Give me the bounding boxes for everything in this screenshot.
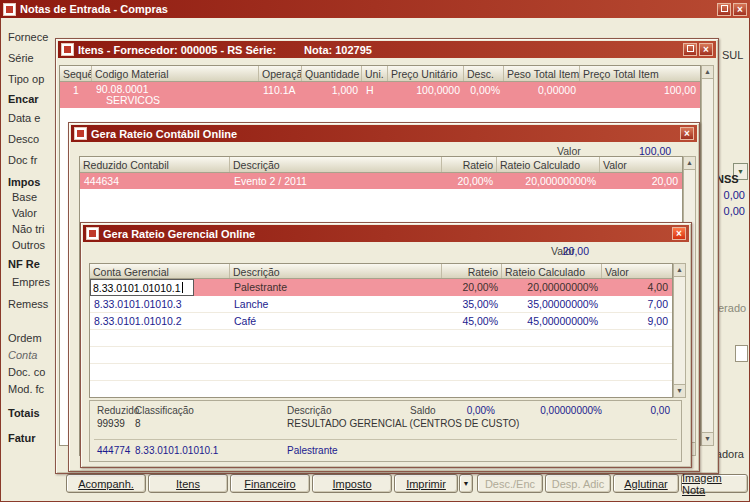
scroll-down-icon[interactable]: ▼ <box>674 384 685 397</box>
col-rateio-calculado[interactable]: Rateio Calculado <box>502 264 602 278</box>
fragment-uf-sul: SUL <box>722 49 743 61</box>
itens-titlebar[interactable]: Itens - Fornecedor: 000005 - RS Série: N… <box>58 41 716 58</box>
table-row[interactable]: 444634 Evento 2 / 2011 20,00% 20,0000000… <box>80 173 682 189</box>
selected-reduzido: 444774 <box>97 445 130 456</box>
selected-conta: 8.33.0101.01010.1 <box>135 445 218 456</box>
group-encargos: Encar <box>8 93 39 105</box>
label-mod-fc: Mod. fc <box>8 383 44 395</box>
contabil-window-title: Gera Rateio Contábil Online <box>91 128 237 140</box>
summary-panel: Reduzido Classificação Descrição Saldo 0… <box>89 400 682 462</box>
acompanhamento-button[interactable]: Acompanh. <box>66 474 146 493</box>
valor-value: 20,00 <box>559 245 589 257</box>
main-window-title: Notas de Entrada - Compras <box>20 3 168 15</box>
group-nf-ref: NF Re <box>8 258 40 270</box>
table-row[interactable]: 8.33.0101.01010.2 Café 45,00% 45,0000000… <box>90 313 672 330</box>
label-doc-fr: Doc fr <box>8 154 37 166</box>
minimize-button[interactable] <box>683 43 697 56</box>
gerencial-window-title: Gera Rateio Gerencial Online <box>103 228 255 240</box>
close-button[interactable]: × <box>672 227 686 240</box>
summary-reduzido-label: Reduzido <box>97 405 139 416</box>
col-uni[interactable]: Uni. <box>362 66 388 81</box>
gerencial-titlebar[interactable]: Gera Rateio Gerencial Online × <box>83 225 689 242</box>
close-button[interactable]: × <box>699 43 713 56</box>
table-row[interactable]: 1 90.08.0001 SERVICOS 110.1A 1,000 H 100… <box>60 82 700 108</box>
col-descricao[interactable]: Descrição <box>230 264 442 278</box>
contabil-table-header: Reduzido Contabil Descrição Rateio Ratei… <box>80 157 682 173</box>
col-desc[interactable]: Desc. <box>464 66 504 81</box>
close-button[interactable]: × <box>680 127 694 140</box>
text-cursor <box>182 282 183 293</box>
table-row[interactable]: 8.33.0101.01010.3 Lanche 35,00% 35,00000… <box>90 296 672 313</box>
group-impostos: Impos <box>8 176 40 188</box>
label-inss-fragment: NSS <box>716 173 739 185</box>
gerencial-scrollbar[interactable]: ▲ ▼ <box>673 263 686 398</box>
close-icon: × <box>684 128 690 139</box>
contabil-titlebar[interactable]: Gera Rateio Contábil Online × <box>71 125 697 142</box>
col-quantidade[interactable]: Quantidade <box>302 66 362 81</box>
window-icon <box>86 227 99 240</box>
main-titlebar[interactable]: Notas de Entrada - Compras × <box>0 0 750 18</box>
conta-edit-field[interactable]: 8.33.0101.01010.1 <box>90 279 194 296</box>
table-row-selected[interactable]: 8.33.0101.01010.1 Palestrante 20,00% 20,… <box>90 279 672 296</box>
aglutinar-button[interactable]: Aglutinar <box>613 474 679 493</box>
close-icon: × <box>676 228 682 239</box>
col-rateio[interactable]: Rateio <box>442 157 497 172</box>
col-codigo-material[interactable]: Codigo Material <box>92 66 259 81</box>
close-icon: × <box>703 44 709 55</box>
imprimir-button[interactable]: Imprimir <box>394 474 458 493</box>
imprimir-dropdown-button[interactable]: ▼ <box>459 474 473 493</box>
financeiro-button[interactable]: Financeiro <box>230 474 310 493</box>
col-peso-total[interactable]: Peso Total Item <box>504 66 580 81</box>
col-descricao[interactable]: Descrição <box>230 157 442 172</box>
col-rateio[interactable]: Rateio <box>442 264 502 278</box>
label-empresa: Empres <box>12 276 50 288</box>
scroll-up-icon[interactable]: ▲ <box>674 264 685 277</box>
selected-descricao: Palestrante <box>287 445 338 456</box>
restore-icon <box>721 5 728 12</box>
label-ordem: Ordem <box>8 332 42 344</box>
scroll-up-icon[interactable]: ▲ <box>702 66 713 79</box>
col-conta-gerencial[interactable]: Conta Gerencial <box>90 264 230 278</box>
summary-classificacao-label: Classificação <box>135 405 194 416</box>
input-fragment[interactable] <box>735 345 748 362</box>
col-operacao[interactable]: Operação <box>259 66 302 81</box>
col-preco-total[interactable]: Preço Total Item <box>580 66 700 81</box>
gerencial-window: Gera Rateio Gerencial Online × Valor 20,… <box>80 222 692 468</box>
summary-pct: 0,00% <box>450 405 495 416</box>
label-data-e: Data e <box>8 112 40 124</box>
label-remessa: Remess <box>8 298 48 310</box>
summary-pct-calc: 0,00000000% <box>510 405 602 416</box>
label-base: Base <box>12 191 37 203</box>
close-button[interactable]: × <box>733 3 747 16</box>
col-valor[interactable]: Valor <box>600 157 682 172</box>
scroll-up-icon[interactable]: ▲ <box>684 157 695 170</box>
imposto-button[interactable]: Imposto <box>312 474 392 493</box>
summary-divider <box>94 439 677 440</box>
window-icon <box>74 127 87 140</box>
itens-button[interactable]: Itens <box>148 474 228 493</box>
col-reduzido-contabil[interactable]: Reduzido Contabil <box>80 157 230 172</box>
imagem-nota-button[interactable]: Imagem Nota <box>681 474 748 493</box>
col-sequencia[interactable]: Sequência <box>60 66 92 81</box>
label-conta: Conta <box>8 349 37 361</box>
chevron-down-icon: ▼ <box>463 480 470 487</box>
restore-button[interactable] <box>717 3 731 16</box>
col-preco-unitario[interactable]: Preço Unitário <box>388 66 464 81</box>
itens-window-nota: Nota: 102795 <box>304 44 372 56</box>
label-valor: Valor <box>12 207 37 219</box>
itens-table-header: Sequência Codigo Material Operação Quant… <box>60 66 700 82</box>
gerencial-table: Conta Gerencial Descrição Rateio Rateio … <box>89 263 673 398</box>
empty-rows-area <box>90 330 672 397</box>
col-rateio-calculado[interactable]: Rateio Calculado <box>497 157 600 172</box>
group-totais: Totais <box>8 407 40 419</box>
summary-descricao-value: RESULTADO GERENCIAL (CENTROS DE CUSTO) <box>287 418 519 429</box>
summary-saldo-label: Saldo <box>410 405 436 416</box>
col-valor[interactable]: Valor <box>602 264 672 278</box>
itens-scrollbar[interactable]: ▲ ▼ <box>701 65 714 446</box>
summary-valor: 0,00 <box>610 405 670 416</box>
summary-classificacao-value: 8 <box>135 418 141 429</box>
label-fornecedor: Fornece <box>8 31 48 43</box>
summary-descricao-label: Descrição <box>287 405 331 416</box>
scroll-down-icon[interactable]: ▼ <box>702 432 713 445</box>
window-icon <box>61 43 74 56</box>
